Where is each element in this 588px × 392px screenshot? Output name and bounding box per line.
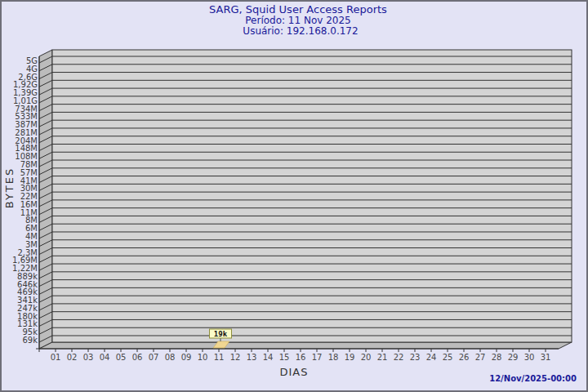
x-tick-label: 30	[524, 353, 535, 362]
chart-title: SARG, Squid User Access Reports	[209, 3, 387, 16]
back-wall	[52, 50, 572, 342]
x-tick-label: 29	[508, 353, 519, 362]
x-tick-label: 12	[230, 353, 241, 362]
bytes-per-day-chart: SARG, Squid User Access Reports Período:…	[2, 2, 586, 390]
x-tick-label: 09	[181, 353, 192, 362]
x-tick-label: 22	[394, 353, 404, 362]
x-tick-label: 24	[426, 353, 437, 362]
chart-user: Usuário: 192.168.0.172	[243, 25, 358, 37]
x-tick-label: 17	[312, 353, 323, 362]
x-tick-label: 14	[263, 353, 274, 362]
plot-area: 5G4G2,6G1,92G1,39G1,01G734M533M387M281M2…	[12, 50, 572, 362]
x-tick-label: 27	[475, 353, 486, 362]
x-tick-label: 25	[443, 353, 453, 362]
bar-value-label: 19k	[214, 330, 228, 338]
x-tick-label: 11	[214, 353, 225, 362]
y-axis-title: BYTES	[3, 167, 16, 209]
generated-timestamp: 12/Nov/2025-00:00	[489, 374, 577, 383]
x-tick-label: 31	[541, 353, 551, 362]
x-tick-label: 21	[377, 353, 388, 362]
chart-period: Período: 11 Nov 2025	[245, 15, 350, 26]
x-tick-label: 18	[328, 353, 339, 362]
x-tick-label: 23	[410, 353, 421, 362]
y-tick-label: 69k	[22, 336, 38, 345]
x-tick-label: 19	[345, 353, 355, 362]
floor	[39, 342, 572, 349]
left-wall	[39, 50, 52, 349]
x-tick-label: 04	[100, 353, 110, 362]
x-tick-label: 08	[165, 353, 176, 362]
x-tick-label: 10	[198, 353, 208, 362]
sarg-report-image: SARG, Squid User Access Reports Período:…	[0, 0, 588, 392]
x-tick-label: 03	[83, 353, 94, 362]
x-tick-label: 13	[247, 353, 257, 362]
x-tick-label: 02	[67, 353, 78, 362]
x-axis-title: DIAS	[280, 366, 309, 378]
x-tick-label: 05	[116, 353, 127, 362]
x-tick-label: 01	[51, 353, 61, 362]
x-tick-label: 26	[459, 353, 470, 362]
x-tick-label: 16	[296, 353, 306, 362]
x-tick-label: 28	[492, 353, 502, 362]
x-tick-label: 20	[361, 353, 372, 362]
x-tick-label: 06	[132, 353, 143, 362]
x-tick-label: 07	[149, 353, 159, 362]
x-tick-label: 15	[279, 353, 290, 362]
